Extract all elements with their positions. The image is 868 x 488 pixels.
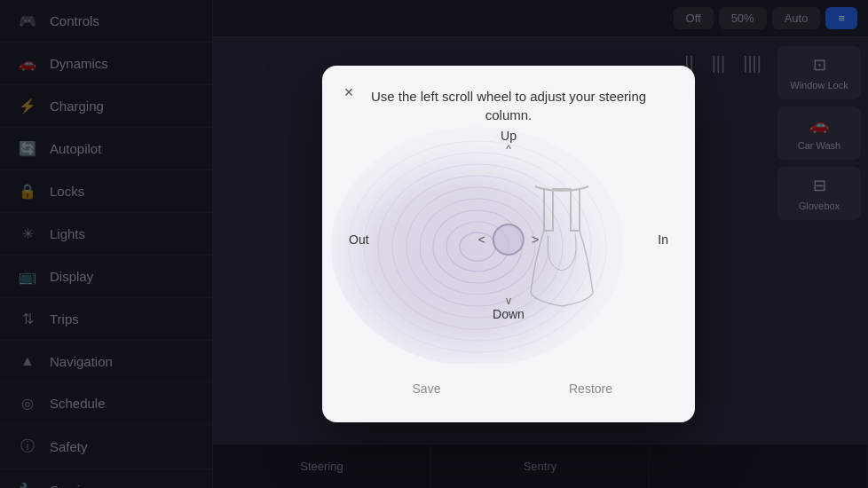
scroll-wheel[interactable]: [493, 224, 525, 256]
modal-header: ×: [322, 66, 695, 83]
modal-actions: Save Restore: [322, 364, 695, 422]
restore-button[interactable]: Restore: [513, 373, 668, 405]
direction-right: In: [658, 232, 668, 247]
left-arrow-icon: <: [478, 232, 485, 247]
app-background: 🎮 Controls 🚗 Dynamics ⚡ Charging 🔄 Autop…: [0, 0, 868, 488]
direction-down: v Down: [493, 295, 525, 321]
wheel-center-control[interactable]: < >: [478, 224, 539, 256]
steering-diagram: Up ^ Out < > In v Down: [322, 115, 695, 364]
direction-left: Out: [349, 232, 369, 247]
right-arrow-icon: >: [532, 232, 539, 247]
direction-up: Up ^: [501, 129, 517, 155]
steering-column-modal: × Use the left scroll wheel to adjust yo…: [322, 66, 695, 422]
modal-close-button[interactable]: ×: [336, 80, 361, 105]
direction-labels: Up ^ Out < > In v Down: [322, 115, 695, 364]
close-icon: ×: [344, 83, 354, 102]
save-button[interactable]: Save: [349, 373, 504, 405]
